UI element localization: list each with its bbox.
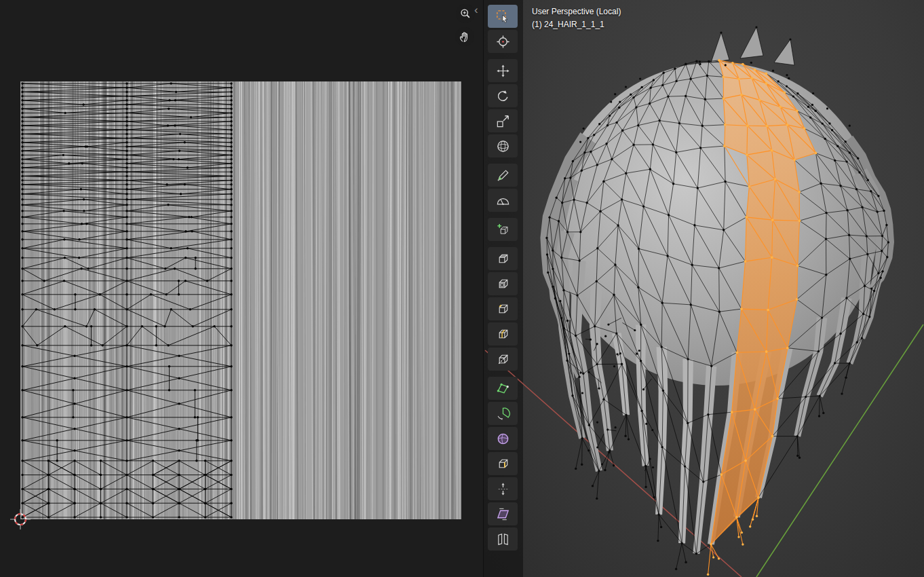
move-tool-icon <box>495 63 511 79</box>
transform-tool-icon <box>495 138 511 154</box>
poly-build-tool-button[interactable] <box>488 377 518 400</box>
knife-tool-icon <box>495 352 511 367</box>
annotate-tool-icon <box>495 168 511 183</box>
smooth-tool-icon <box>495 431 511 447</box>
uv-editor-panel: ‹ <box>0 0 483 577</box>
inset-faces-tool-button[interactable] <box>488 272 518 295</box>
scale-tool-icon <box>495 113 511 129</box>
transform-tool-button[interactable] <box>488 134 518 157</box>
loop-cut-tool-button[interactable] <box>488 322 518 346</box>
viewport-3d[interactable]: User Perspective (Local) (1) 24_HAIR_1_1… <box>483 0 924 577</box>
measure-tool-button[interactable] <box>488 189 518 212</box>
scale-tool-button[interactable] <box>488 109 518 132</box>
bevel-tool-button[interactable] <box>488 297 518 320</box>
uv-image-canvas[interactable] <box>20 81 461 519</box>
move-tool-button[interactable] <box>488 59 518 82</box>
shear-tool-icon <box>495 506 511 522</box>
edge-slide-tool-button[interactable] <box>488 452 518 475</box>
viewport-canvas[interactable] <box>484 0 924 577</box>
edge-slide-tool-icon <box>495 456 511 472</box>
smooth-tool-button[interactable] <box>488 427 518 450</box>
bevel-tool-icon <box>495 301 511 317</box>
blender-window: ‹ User Perspective (Local) (1) 24_HAIR_1… <box>0 0 924 577</box>
viewport-perspective-label: User Perspective (Local) <box>532 5 621 18</box>
shear-tool-button[interactable] <box>488 502 518 525</box>
measure-tool-icon <box>495 193 511 208</box>
annotate-tool-button[interactable] <box>488 164 518 187</box>
add-cube-tool-button[interactable] <box>488 218 518 241</box>
hair-tufts <box>711 27 794 65</box>
active-object-label: (1) 24_HAIR_1_1_1 <box>532 18 621 31</box>
shrink-fatten-tool-button[interactable] <box>488 477 518 500</box>
rotate-tool-icon <box>495 88 511 104</box>
knife-tool-button[interactable] <box>488 348 518 371</box>
head-dome <box>555 62 878 386</box>
pan-hand-icon[interactable] <box>455 27 474 46</box>
rip-region-tool-button[interactable] <box>488 527 518 551</box>
rip-region-tool-icon <box>495 532 511 547</box>
cursor-tool-icon <box>495 34 511 50</box>
rotate-tool-button[interactable] <box>488 84 518 107</box>
viewport-header: User Perspective (Local) (1) 24_HAIR_1_1… <box>532 5 621 31</box>
spin-tool-icon <box>495 406 511 422</box>
poly-build-tool-icon <box>495 381 511 396</box>
uv-2d-cursor <box>9 508 32 531</box>
spin-tool-button[interactable] <box>488 402 518 425</box>
inset-faces-tool-icon <box>495 276 511 292</box>
select-tweak-icon <box>495 9 511 24</box>
toolbar <box>487 5 518 553</box>
magnifier-glyph <box>459 7 472 20</box>
select-tweak-tool-button[interactable] <box>488 5 518 28</box>
hand-glyph <box>458 30 471 43</box>
loop-cut-tool-icon <box>495 327 511 342</box>
zoom-icon[interactable] <box>456 4 475 23</box>
add-cube-tool-icon <box>495 222 511 238</box>
extrude-region-tool-button[interactable] <box>488 247 518 270</box>
shrink-fatten-tool-icon <box>495 481 511 497</box>
cursor-tool-button[interactable] <box>488 30 518 53</box>
collapse-arrow-icon[interactable]: ‹ <box>474 4 478 16</box>
extrude-region-tool-icon <box>495 251 511 267</box>
